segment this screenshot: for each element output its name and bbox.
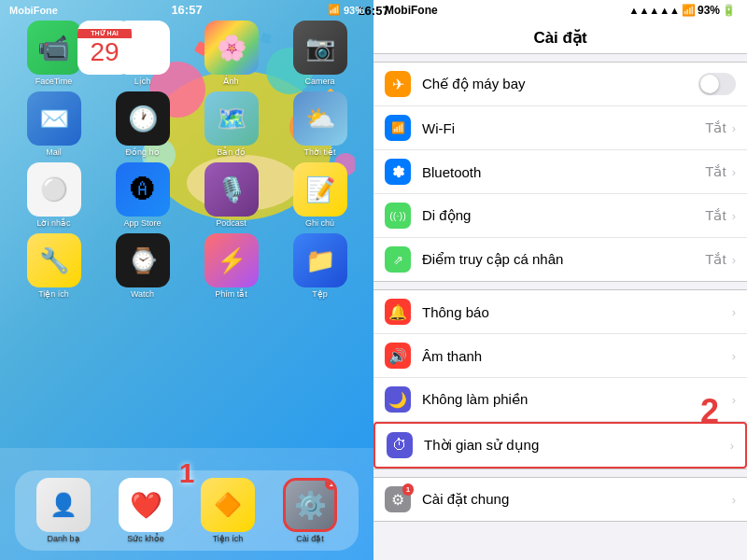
carrier-left: MobiFone (9, 5, 58, 16)
settings-row-dnd[interactable]: 🌙 Không làm phiền › (374, 378, 747, 422)
notification-icon: 🔔 (385, 299, 411, 325)
dock-utilities[interactable]: 🔶 Tiện ích (201, 478, 255, 543)
dock-settings[interactable]: ⚙️ 1 Cài đặt (283, 478, 337, 543)
carrier-right: MobiFone (385, 4, 438, 17)
cellular-chevron: › (732, 209, 736, 223)
hotspot-value: Tắt (705, 251, 726, 268)
wifi-chevron: › (732, 121, 736, 135)
notification-chevron: › (732, 305, 736, 319)
app-camera[interactable]: 📷 Camera (293, 21, 347, 86)
general-badge: 1 (402, 483, 414, 496)
app-reminders[interactable]: ⚪ Lời nhắc (27, 162, 81, 228)
airplane-label: Chế độ máy bay (422, 76, 698, 92)
app-watch[interactable]: ⌚ Watch (116, 233, 170, 299)
screentime-chevron: › (730, 439, 734, 453)
bluetooth-chevron: › (732, 165, 736, 179)
airplane-toggle[interactable] (698, 73, 736, 95)
settings-section-general: ⚙ 1 Cài đặt chung › (374, 477, 747, 522)
dock-health[interactable]: ❤️ Sức khỏe (119, 478, 173, 543)
dock-contacts[interactable]: 👤 Danh bạ (36, 478, 91, 543)
app-anh[interactable]: 🌸 Ảnh (204, 21, 259, 86)
sound-icon: 🔊 (385, 343, 411, 369)
wifi-icon: 📶 (385, 115, 411, 141)
app-grid: 📹 FaceTime Lịch 🌸 Ảnh 📷 Camera ✉️ Mail (0, 21, 374, 304)
settings-row-notification[interactable]: 🔔 Thông báo › (374, 290, 747, 334)
right-panel: MobiFone 16:57 ▲▲▲▲▲ 📶 93% 🔋 Cài đặt ✈ C… (374, 0, 747, 560)
battery-right: ▲▲▲▲▲ 📶 93% 🔋 (629, 4, 736, 17)
left-panel: MobiFone 16:57 📶 93% THỨ HAI 29 (0, 0, 374, 560)
sound-chevron: › (732, 349, 736, 363)
app-files[interactable]: 📁 Tệp (293, 233, 347, 299)
general-icon: ⚙ 1 (385, 486, 411, 512)
app-appstore[interactable]: 🅐 App Store (116, 162, 170, 228)
settings-row-hotspot[interactable]: ⇗ Điểm truy cập cá nhân Tắt › (374, 238, 747, 281)
hotspot-icon: ⇗ (385, 246, 411, 273)
settings-row-sound[interactable]: 🔊 Âm thanh › (374, 334, 747, 378)
settings-row-cellular[interactable]: ((·)) Di động Tắt › (374, 194, 747, 238)
settings-row-wifi[interactable]: 📶 Wi-Fi Tắt › (374, 106, 747, 150)
app-utilities2[interactable]: 🔧 Tiện ích (27, 233, 81, 299)
battery-pct-right: 93% (698, 4, 720, 17)
step-number-2: 2 (700, 392, 719, 431)
hotspot-chevron: › (732, 253, 736, 267)
app-shortcuts[interactable]: ⚡ Phím tắt (204, 233, 259, 299)
dnd-label: Không làm phiền (422, 391, 732, 408)
app-notes[interactable]: 📝 Ghi chú (293, 162, 347, 228)
settings-row-screentime[interactable]: ⏱ Thời gian sử dụng › (374, 422, 747, 469)
screentime-label: Thời gian sử dụng (424, 437, 730, 454)
general-chevron: › (732, 493, 736, 507)
cellular-value: Tắt (705, 207, 726, 224)
notification-label: Thông báo (422, 304, 732, 320)
dnd-chevron: › (732, 393, 736, 407)
app-clock[interactable]: 🕐 Đồng hồ (116, 91, 170, 157)
wifi-label: Wi-Fi (422, 120, 705, 136)
bluetooth-value: Tắt (705, 163, 726, 180)
app-maps[interactable]: 🗺️ Bản đồ (204, 91, 259, 157)
battery-left: 📶 93% (328, 4, 364, 16)
sound-label: Âm thanh (422, 348, 732, 364)
status-bar-left: MobiFone 16:57 📶 93% (0, 0, 374, 20)
general-label: Cài đặt chung (422, 491, 732, 508)
app-podcast[interactable]: 🎙️ Podcast (204, 162, 259, 228)
wifi-value: Tắt (705, 119, 726, 136)
cellular-label: Di động (422, 207, 705, 224)
cellular-icon: ((·)) (385, 203, 411, 229)
settings-row-airplane[interactable]: ✈ Chế độ máy bay (374, 63, 747, 106)
wifi-right-icon: 📶 (682, 4, 696, 17)
bluetooth-label: Bluetooth (422, 164, 705, 180)
status-bar-right: MobiFone 16:57 ▲▲▲▲▲ 📶 93% 🔋 (374, 0, 747, 21)
screentime-icon: ⏱ (387, 432, 413, 458)
hotspot-label: Điểm truy cập cá nhân (422, 251, 705, 268)
app-mail[interactable]: ✉️ Mail (27, 91, 81, 157)
dnd-icon: 🌙 (385, 386, 411, 413)
settings-row-bluetooth[interactable]: ✽ Bluetooth Tắt › (374, 150, 747, 194)
settings-section-alerts: 🔔 Thông báo › 🔊 Âm thanh › 🌙 Không làm p… (374, 289, 747, 469)
settings-section-network: ✈ Chế độ máy bay 📶 Wi-Fi Tắt › ✽ Bluetoo… (374, 62, 747, 282)
app-facetime[interactable]: 📹 FaceTime (27, 21, 81, 86)
bluetooth-icon: ✽ (385, 159, 411, 185)
settings-badge: 1 (325, 478, 337, 490)
battery-icon-right: 🔋 (722, 4, 736, 17)
airplane-icon: ✈ (385, 71, 411, 97)
battery-pct-left: 93% (344, 5, 364, 16)
signal-right-icon: ▲▲▲▲▲ (629, 5, 680, 16)
step-number-1: 1 (179, 457, 195, 489)
settings-title: Cài đặt (374, 21, 747, 54)
calendar-icon[interactable]: THỨ HAI 29 (78, 21, 132, 75)
time-left: 16:57 (171, 3, 202, 17)
calendar-day: 29 (90, 38, 119, 67)
signal-icon: 📶 (328, 4, 341, 16)
settings-row-general[interactable]: ⚙ 1 Cài đặt chung › (374, 478, 747, 521)
app-weather[interactable]: ⛅ Thời tiết (293, 91, 347, 157)
